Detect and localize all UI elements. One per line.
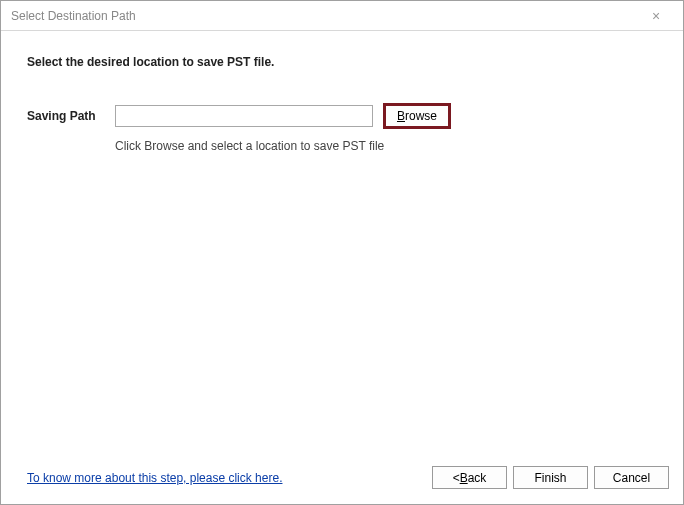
finish-button[interactable]: Finish (513, 466, 588, 489)
help-link[interactable]: To know more about this step, please cli… (27, 471, 282, 485)
instruction-text: Select the desired location to save PST … (27, 55, 657, 69)
back-accelerator: B (460, 471, 468, 485)
titlebar: Select Destination Path × (1, 1, 683, 31)
back-button[interactable]: < Back (432, 466, 507, 489)
dialog-select-destination-path: Select Destination Path × Select the des… (0, 0, 684, 505)
back-prefix: < (453, 471, 460, 485)
back-rest: ack (468, 471, 487, 485)
browse-accelerator: B (397, 109, 405, 123)
saving-path-row: Saving Path Browse (27, 103, 657, 129)
content-area: Select the desired location to save PST … (1, 31, 683, 460)
cancel-button[interactable]: Cancel (594, 466, 669, 489)
hint-text: Click Browse and select a location to sa… (115, 139, 657, 153)
footer: To know more about this step, please cli… (1, 460, 683, 504)
browse-label-rest: rowse (405, 109, 437, 123)
saving-path-input[interactable] (115, 105, 373, 127)
browse-button[interactable]: Browse (383, 103, 451, 129)
window-title: Select Destination Path (11, 9, 637, 23)
saving-path-label: Saving Path (27, 109, 105, 123)
close-icon[interactable]: × (637, 4, 675, 28)
